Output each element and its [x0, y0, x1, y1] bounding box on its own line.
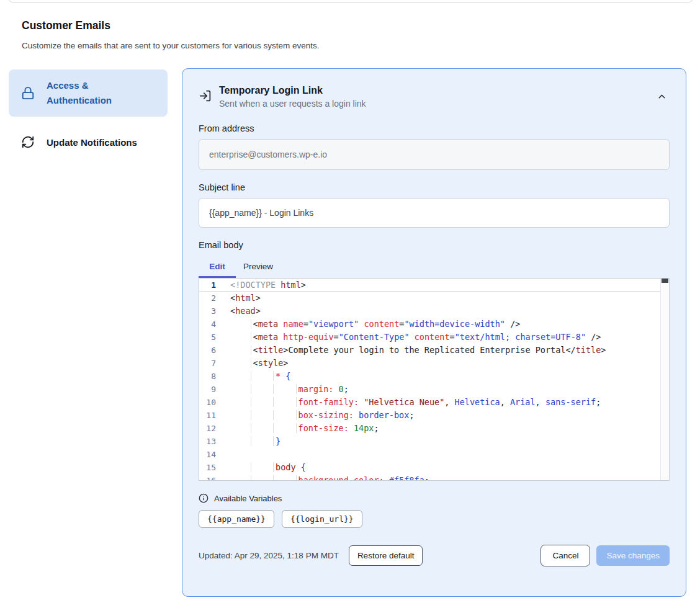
collapse-panel-button[interactable] — [654, 89, 670, 104]
line-number: 7 — [199, 357, 230, 370]
line-number: 8 — [199, 370, 230, 383]
code-line-2: 2<html> — [199, 292, 660, 305]
line-number: 10 — [199, 396, 230, 409]
variable-chip-login-url[interactable]: {{login_url}} — [282, 510, 362, 528]
email-body-label: Email body — [199, 240, 670, 250]
email-types-sidebar: Access & AuthenticationUpdate Notificati… — [9, 69, 168, 158]
save-changes-button[interactable]: Save changes — [596, 545, 670, 566]
line-number: 15 — [199, 461, 230, 474]
line-number: 13 — [199, 435, 230, 448]
code-text: <meta http-equiv="Content-Type" content=… — [230, 331, 660, 344]
code-text: <head> — [230, 305, 660, 318]
code-line-1: 1<!DOCTYPE html> — [199, 279, 660, 292]
code-line-16: 16 background-color: #f5f8fa; — [199, 474, 660, 481]
code-line-5: 5 <meta http-equiv="Content-Type" conten… — [199, 331, 660, 344]
code-text: <html> — [230, 292, 660, 305]
code-text: box-sizing: border-box; — [230, 409, 660, 422]
code-text: <meta name="viewport" content="width=dev… — [230, 318, 660, 331]
variable-chips: {{app_name}}{{login_url}} — [199, 510, 670, 528]
code-text: font-size: 14px; — [230, 422, 660, 435]
editor-scrollbar[interactable] — [660, 279, 669, 480]
code-text: body { — [230, 461, 660, 474]
line-number: 16 — [199, 474, 230, 481]
sidebar-item-label: Update Notifications — [47, 137, 137, 148]
code-line-12: 12 font-size: 14px; — [199, 422, 660, 435]
code-line-7: 7 <style> — [199, 357, 660, 370]
restore-default-button[interactable]: Restore default — [349, 545, 423, 566]
email-body-code-editor[interactable]: 1<!DOCTYPE html>2<html>3<head>4 <meta na… — [199, 278, 670, 481]
refresh-icon — [21, 135, 35, 149]
line-number: 11 — [199, 409, 230, 422]
from-address-input[interactable] — [199, 139, 670, 170]
line-number: 1 — [199, 279, 230, 291]
code-text: <!DOCTYPE html> — [230, 279, 660, 291]
code-text: margin: 0; — [230, 383, 660, 396]
temporary-login-link-panel: Temporary Login Link Sent when a user re… — [182, 68, 686, 597]
line-number: 14 — [199, 448, 230, 461]
variable-chip-app-name[interactable]: {{app_name}} — [199, 510, 274, 528]
previous-card-bottom-edge — [6, 0, 695, 3]
code-text: } — [230, 435, 660, 448]
sidebar-item-access-authentication[interactable]: Access & Authentication — [9, 69, 168, 117]
code-line-6: 6 <title>Complete your login to the Repl… — [199, 344, 660, 357]
email-body-tabs: EditPreview — [199, 256, 670, 278]
line-number: 6 — [199, 344, 230, 357]
line-number: 5 — [199, 331, 230, 344]
chevron-up-icon — [657, 91, 667, 102]
tab-preview[interactable]: Preview — [236, 256, 280, 278]
code-line-4: 4 <meta name="viewport" content="width=d… — [199, 318, 660, 331]
log-in-icon — [199, 89, 212, 102]
updated-timestamp: Updated: Apr 29, 2025, 1:18 PM MDT — [199, 551, 339, 560]
panel-footer: Updated: Apr 29, 2025, 1:18 PM MDT Resto… — [199, 545, 670, 566]
code-text: <style> — [230, 357, 660, 370]
info-icon — [199, 493, 209, 503]
cancel-button[interactable]: Cancel — [541, 545, 590, 566]
code-line-14: 14​ — [199, 448, 660, 461]
line-number: 2 — [199, 292, 230, 305]
code-line-8: 8 * { — [199, 370, 660, 383]
subject-line-input[interactable] — [199, 198, 670, 228]
panel-subtitle: Sent when a user requests a login link — [219, 99, 647, 109]
code-line-11: 11 box-sizing: border-box; — [199, 409, 660, 422]
panel-header: Temporary Login Link Sent when a user re… — [199, 85, 670, 109]
code-line-9: 9 margin: 0; — [199, 383, 660, 396]
code-line-3: 3<head> — [199, 305, 660, 318]
sidebar-item-label: Access & Authentication — [47, 78, 127, 108]
code-text: ​ — [230, 448, 660, 461]
code-line-10: 10 font-family: "Helvetica Neue", Helvet… — [199, 396, 660, 409]
code-text: <title>Complete your login to the Replic… — [230, 344, 660, 357]
available-variables-label: Available Variables — [214, 494, 282, 503]
code-lines: 1<!DOCTYPE html>2<html>3<head>4 <meta na… — [199, 279, 660, 481]
panel-title: Temporary Login Link — [219, 85, 647, 96]
sidebar-item-update-notifications[interactable]: Update Notifications — [9, 127, 168, 158]
page-title: Customer Emails — [22, 19, 110, 32]
line-number: 12 — [199, 422, 230, 435]
page-subtitle: Customize the emails that are sent to yo… — [22, 41, 319, 50]
from-address-label: From address — [199, 123, 670, 133]
code-text: font-family: "Helvetica Neue", Helvetica… — [230, 396, 660, 409]
code-text: background-color: #f5f8fa; — [230, 474, 660, 481]
editor-scrollbar-thumb[interactable] — [662, 279, 668, 283]
tab-edit[interactable]: Edit — [199, 256, 236, 278]
code-line-13: 13 } — [199, 435, 660, 448]
line-number: 4 — [199, 318, 230, 331]
line-number: 9 — [199, 383, 230, 396]
code-line-15: 15 body { — [199, 461, 660, 474]
code-text: * { — [230, 370, 660, 383]
lock-icon — [21, 86, 35, 100]
line-number: 3 — [199, 305, 230, 318]
subject-line-label: Subject line — [199, 182, 670, 192]
